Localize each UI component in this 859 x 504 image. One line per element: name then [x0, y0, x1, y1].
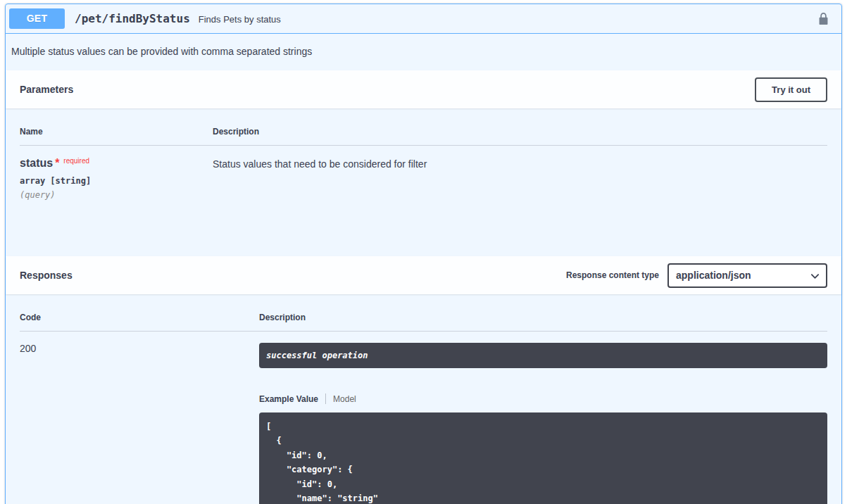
parameter-location: (query): [20, 190, 213, 200]
example-value-code-block: [ { "id": 0, "category": { "id": 0, "nam…: [259, 412, 827, 504]
required-label: required: [59, 157, 89, 165]
tab-divider: [325, 393, 326, 404]
responses-table: Code Description 200 successful operatio…: [6, 294, 841, 504]
response-content-type-wrapper: application/json: [667, 263, 827, 288]
endpoint-path[interactable]: /pet/findByStatus: [65, 12, 199, 25]
response-description: successful operation: [259, 343, 827, 368]
parameter-row: status*required array [string] (query) S…: [20, 146, 827, 256]
responses-table-header: Code Description: [20, 313, 827, 332]
authorize-lock-button[interactable]: [816, 11, 831, 27]
lock-icon: [817, 12, 829, 25]
response-description-cell: successful operation Example Value Model…: [259, 343, 827, 504]
response-content-type-group: Response content type application/json: [566, 263, 827, 288]
operation-block: GET /pet/findByStatus Finds Pets by stat…: [5, 4, 842, 504]
parameter-name-cell: status*required array [string] (query): [20, 157, 213, 200]
parameters-header-name: Name: [20, 127, 213, 137]
try-it-out-button[interactable]: Try it out: [755, 77, 827, 102]
responses-section-header: Responses Response content type applicat…: [6, 256, 841, 294]
operation-description: Multiple status values can be provided w…: [6, 34, 841, 70]
responses-header-description: Description: [259, 313, 827, 322]
response-code: 200: [20, 343, 259, 504]
parameters-header-description: Description: [213, 127, 827, 137]
tab-model[interactable]: Model: [333, 394, 356, 404]
parameters-title: Parameters: [20, 84, 73, 95]
parameter-type: array [string]: [20, 176, 213, 186]
operation-summary[interactable]: GET /pet/findByStatus Finds Pets by stat…: [6, 4, 841, 34]
required-star: *: [53, 157, 59, 169]
response-row: 200 successful operation Example Value M…: [20, 332, 827, 504]
response-content-type-select[interactable]: application/json: [667, 263, 827, 288]
method-badge: GET: [9, 8, 65, 29]
response-content-type-label: Response content type: [566, 270, 659, 280]
parameter-name: status: [20, 157, 53, 169]
parameters-section-header: Parameters Try it out: [6, 70, 841, 108]
example-model-tabs: Example Value Model: [259, 393, 827, 404]
tab-example-value[interactable]: Example Value: [259, 394, 318, 404]
responses-header-code: Code: [20, 313, 259, 322]
operation-summary-text: Finds Pets by status: [199, 13, 281, 25]
parameters-table-header: Name Description: [20, 127, 827, 146]
parameter-description: Status values that need to be considered…: [213, 157, 827, 200]
parameters-table: Name Description status*required array […: [6, 108, 841, 256]
responses-title: Responses: [20, 270, 73, 281]
